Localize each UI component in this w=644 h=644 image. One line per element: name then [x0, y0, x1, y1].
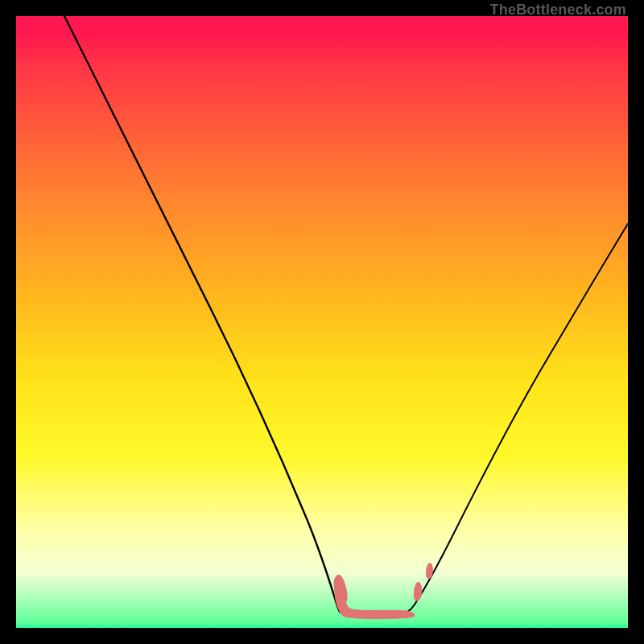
right-curve: [407, 224, 628, 612]
bottom-markers: [334, 563, 434, 619]
left-curve: [64, 16, 340, 612]
chart-frame: TheBottleneck.com: [0, 0, 644, 644]
chart-svg: [16, 16, 628, 628]
attribution-text: TheBottleneck.com: [490, 2, 626, 19]
